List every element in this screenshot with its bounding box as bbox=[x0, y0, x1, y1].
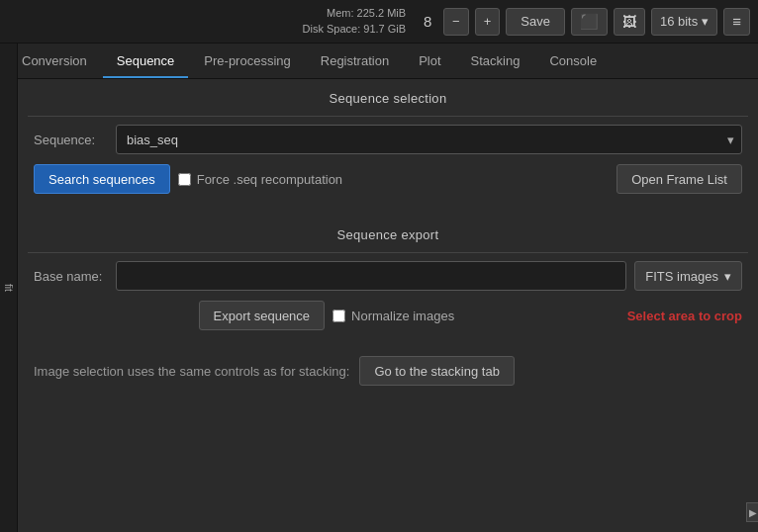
tabs-bar: Conversion Sequence Pre-processing Regis… bbox=[0, 44, 758, 79]
bits-label: 16 bits bbox=[660, 14, 698, 29]
right-edge-arrow[interactable]: ▶ bbox=[746, 502, 758, 522]
topbar-counter: 8 bbox=[418, 13, 437, 30]
camera-icon: 🖼 bbox=[622, 14, 636, 30]
increase-button[interactable]: + bbox=[475, 8, 501, 36]
sequence-selection-area: Sequence: bias_seq ▾ Search sequences Fo… bbox=[18, 117, 758, 216]
main-content: Sequence selection Sequence: bias_seq ▾ … bbox=[18, 79, 758, 532]
tab-registration[interactable]: Registration bbox=[307, 47, 403, 78]
save-button[interactable]: Save bbox=[506, 8, 565, 36]
tab-conversion[interactable]: Conversion bbox=[8, 47, 101, 78]
topbar: Mem: 225.2 MiB Disk Space: 91.7 GiB 8 − … bbox=[0, 0, 758, 44]
sequence-label: Sequence: bbox=[34, 133, 108, 147]
menu-button[interactable]: ≡ bbox=[723, 8, 750, 36]
export-row-controls: Export sequence Normalize images Select … bbox=[34, 301, 742, 330]
left-edge-label: fit bbox=[3, 284, 14, 292]
base-name-row: Base name: FITS images ▾ bbox=[34, 261, 742, 291]
base-name-input[interactable] bbox=[116, 261, 626, 291]
topbar-memory-info: Mem: 225.2 MiB Disk Space: 91.7 GiB bbox=[8, 6, 412, 37]
open-frame-list-button[interactable]: Open Frame List bbox=[616, 164, 742, 194]
select-area-text: Select area to crop bbox=[627, 309, 742, 323]
mem-text: Mem: 225.2 MiB bbox=[8, 6, 406, 21]
sequence-export-area: Base name: FITS images ▾ Export sequence… bbox=[18, 253, 758, 352]
plus-icon: + bbox=[484, 14, 492, 29]
decrease-button[interactable]: − bbox=[443, 8, 469, 36]
export-icon-button[interactable]: ⬛ bbox=[571, 8, 608, 36]
tab-preprocessing[interactable]: Pre-processing bbox=[190, 47, 304, 78]
screenshot-icon-button[interactable]: 🖼 bbox=[614, 8, 645, 36]
right-arrow-icon: ▶ bbox=[749, 507, 757, 518]
export-icon: ⬛ bbox=[580, 13, 599, 31]
chevron-down-icon: ▾ bbox=[702, 14, 709, 29]
sequence-select-wrapper: bias_seq ▾ bbox=[116, 125, 742, 154]
sequence-selection-header: Sequence selection bbox=[18, 79, 758, 116]
sequence-export-header: Sequence export bbox=[18, 216, 758, 252]
go-to-stacking-tab-button[interactable]: Go to the stacking tab bbox=[359, 356, 514, 386]
disk-text: Disk Space: 91.7 GiB bbox=[8, 22, 406, 37]
tab-stacking[interactable]: Stacking bbox=[457, 47, 534, 78]
sequence-select[interactable]: bias_seq bbox=[116, 125, 742, 154]
stacking-note-area: Image selection uses the same controls a… bbox=[18, 352, 758, 398]
bits-dropdown-button[interactable]: 16 bits ▾ bbox=[651, 8, 717, 36]
force-recompute-checkbox[interactable] bbox=[178, 173, 191, 186]
export-sequence-button[interactable]: Export sequence bbox=[199, 301, 326, 330]
tab-console[interactable]: Console bbox=[535, 47, 611, 78]
fits-dropdown-icon: ▾ bbox=[724, 269, 731, 284]
sequence-row: Sequence: bias_seq ▾ bbox=[34, 125, 742, 154]
force-recompute-checkbox-label[interactable]: Force .seq recomputation bbox=[178, 172, 342, 187]
tab-plot[interactable]: Plot bbox=[405, 47, 454, 78]
base-name-label: Base name: bbox=[34, 269, 108, 284]
search-sequences-button[interactable]: Search sequences bbox=[34, 164, 170, 194]
minus-icon: − bbox=[452, 14, 460, 29]
tab-sequence[interactable]: Sequence bbox=[103, 47, 189, 78]
search-row: Search sequences Force .seq recomputatio… bbox=[34, 164, 742, 194]
left-edge-indicator: fit bbox=[0, 44, 18, 532]
normalize-checkbox-label[interactable]: Normalize images bbox=[332, 309, 454, 323]
hamburger-icon: ≡ bbox=[732, 13, 741, 30]
force-recompute-label: Force .seq recomputation bbox=[197, 172, 342, 187]
normalize-label: Normalize images bbox=[351, 309, 454, 323]
normalize-checkbox[interactable] bbox=[332, 310, 345, 322]
fits-images-dropdown[interactable]: FITS images ▾ bbox=[634, 261, 742, 291]
fits-images-label: FITS images bbox=[645, 269, 718, 284]
stacking-note-text: Image selection uses the same controls a… bbox=[34, 364, 349, 379]
